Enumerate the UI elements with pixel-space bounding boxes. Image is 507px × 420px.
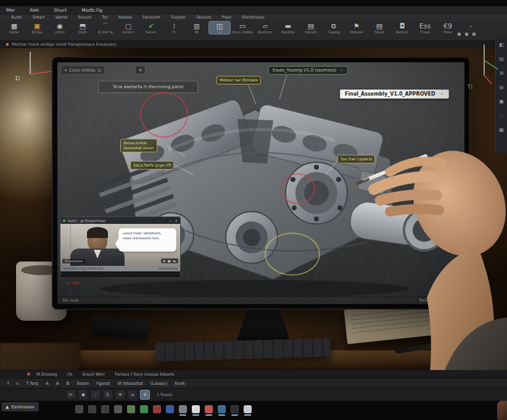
format-tool[interactable]: f [7, 381, 9, 386]
wave-icon[interactable]: ≋ [116, 390, 125, 399]
toolbar-button[interactable]: ⧉ Clasorg [323, 22, 344, 34]
format-toolbar[interactable]: fsT fsrqAABSsssnFgssstSf fdssssfsd(Lssss… [0, 378, 507, 388]
format-tool[interactable]: A [56, 381, 59, 386]
axis-gizmo-right: T) [468, 39, 503, 91]
secondary-menu-bar[interactable]: AutorSmartVanneSecursTerNastesFansverkFu… [0, 14, 507, 20]
toolbar-button[interactable]: ◉ Ortmt [49, 22, 70, 34]
menu-item[interactable]: Ter [102, 15, 109, 20]
menu-item[interactable]: Mer [6, 7, 15, 13]
bottom-menu-row[interactable]: M Drssseg (% Srssct Wsrr Fsrssss ) fssry… [0, 370, 507, 378]
toolbar-button-label: B 304 Ta [98, 30, 113, 34]
taskbar-app-icon[interactable] [179, 405, 187, 413]
menu-item[interactable]: Fansverk [142, 15, 160, 20]
menu-item[interactable]: Fatuses [196, 15, 212, 20]
menu-item[interactable]: Futylon [171, 15, 186, 20]
panel-tool-icon[interactable]: ▣ [499, 99, 504, 104]
breadcrumb-dot-icon [6, 43, 9, 46]
bottom-menu-item[interactable]: M Drssseg [36, 372, 57, 377]
toolbar-button[interactable]: ◫ Lo [209, 22, 230, 34]
taskbar-app-icon[interactable] [75, 405, 83, 413]
toolbar-button[interactable]: ▱ Bestumr [255, 22, 276, 34]
taskbar-app-icon[interactable] [88, 405, 96, 413]
underline-icon[interactable]: u [128, 390, 137, 399]
toolbar-button-icon: ⬒ [80, 22, 86, 30]
panel-tool-icon[interactable]: ◌ [500, 113, 504, 118]
menu-item[interactable]: Nastes [118, 15, 132, 20]
icon-toolbar[interactable]: ▦ Dorbe ▣ Berlge ◉ Ortmt ⬒ Stoth ⌒ B 304… [0, 20, 507, 40]
menu-item[interactable]: Plast [222, 15, 232, 20]
bottom-menu-item[interactable]: Fsrssss ) fssry (ssssss Sdssrts [115, 372, 174, 377]
taskbar-app-icons[interactable] [75, 405, 252, 413]
menu-item[interactable]: Modb:Og [81, 7, 102, 13]
toolbar-button-icon: ◘ [400, 22, 405, 30]
taskbar-app-icon[interactable] [140, 405, 148, 413]
format-tool[interactable]: T fsrq [26, 381, 38, 386]
menu-item[interactable]: Alet [30, 7, 39, 13]
format-tool[interactable]: Fgssst [96, 381, 110, 386]
taskbar-app-icon[interactable] [114, 405, 122, 413]
toolbar-button[interactable]: ▤ Sdnuth [300, 22, 321, 34]
toolbar-button[interactable]: €9 Dtlar [437, 22, 458, 34]
menu-item[interactable]: Autor [11, 15, 22, 20]
toolbar-button[interactable]: › [460, 22, 481, 30]
taskbar-app-icon[interactable] [218, 405, 226, 413]
arm-sleeve-corner [497, 401, 507, 420]
format-tool[interactable]: s [16, 381, 19, 386]
align-toolbar[interactable]: ⊨ ◆ ⫶ ⒉ ≋ u ≣ } fsssss [0, 388, 507, 401]
taskbar-app-icon[interactable] [153, 405, 161, 413]
align-toolbar-label: } fsssss [157, 392, 172, 397]
format-tool[interactable]: fssrk [175, 381, 185, 386]
panel-tool-icon[interactable]: ▦ [499, 127, 504, 133]
toolbar-button[interactable]: ▣ Berlge [27, 22, 47, 34]
toolbar-button[interactable]: ▦ Dorbe [4, 22, 25, 34]
taskbar-app-icon[interactable] [205, 405, 213, 413]
format-tool[interactable]: Ssssn [76, 381, 89, 386]
format-tool[interactable]: (Lsssss) [150, 381, 168, 386]
align-icon[interactable]: ⊨ [67, 390, 75, 399]
toolbar-button-label: Dorbe [9, 30, 20, 34]
toolbar-button[interactable]: ⬒ Stoth [72, 22, 93, 34]
shape-icon[interactable]: ◆ [79, 390, 88, 399]
menu-item[interactable]: Securs [78, 15, 92, 20]
taskbar-app-icon[interactable] [244, 405, 252, 413]
taskbar-app-icon[interactable] [192, 405, 200, 413]
format-tool[interactable]: A [46, 381, 49, 386]
menu-bar[interactable]: MerAletShuctModb:Og [0, 6, 507, 14]
toolbar-button[interactable]: ◘ Betlout [392, 22, 413, 34]
toolbar-button[interactable]: ✔ Fanvre [141, 22, 162, 34]
toolbar-button-label: Sdnuth [305, 30, 317, 34]
toolbar-button-label: Clasorg [328, 30, 340, 34]
bottom-chrome: M Drssseg (% Srssct Wsrr Fsrssss ) fssry… [0, 370, 507, 420]
toolbar-button[interactable]: ▤ Toned [369, 22, 390, 34]
list-icon-active[interactable]: ≣ [141, 390, 149, 399]
toolbar-button-label: Fanvre [146, 30, 157, 34]
taskbar-app-icon[interactable] [101, 405, 109, 413]
toolbar-button[interactable]: ▥ Bt [186, 22, 207, 34]
toolbar-button[interactable]: ⚑ Wdsera [346, 22, 367, 34]
toolbar-button-label: Ambim [122, 30, 134, 34]
taskbar-start-button[interactable]: ▲ Esssssssss [1, 402, 39, 411]
taskbar-app-icon[interactable] [166, 405, 174, 413]
toolbar-button[interactable]: Ess Tnscb [414, 22, 435, 34]
taskbar-app-icon[interactable] [127, 405, 135, 413]
dots-icon[interactable]: ⫶ [91, 390, 100, 399]
toolbar-button-icon: ⟟ [173, 22, 175, 30]
bottom-menu-item[interactable]: Srssct Wsrr [82, 372, 105, 377]
toolbar-button-label: Toned [374, 30, 384, 34]
toolbar-button[interactable]: ▬ Boultrte [278, 22, 299, 34]
menu-item[interactable]: Vanne [55, 15, 67, 20]
menu-item[interactable]: Shuct [54, 7, 67, 13]
axis-gizmo-left: 1) [15, 49, 55, 83]
bottom-menu-item[interactable]: (% [67, 372, 73, 377]
toolbar-button[interactable]: ⟟ Tr [163, 22, 184, 34]
format-tool[interactable]: B [67, 381, 70, 386]
window-controls[interactable] [458, 33, 476, 36]
toolbar-button[interactable]: ▢ Ambim [118, 22, 139, 34]
taskbar-app-icon[interactable] [231, 405, 239, 413]
toolbar-button[interactable]: ⌒ B 304 Ta [95, 22, 116, 34]
menu-item[interactable]: Smart [33, 15, 45, 20]
format-tool[interactable]: Sf fdssssfsd [117, 381, 142, 386]
menu-item[interactable]: Eochtessse [242, 15, 264, 20]
number-icon[interactable]: ⒉ [104, 390, 112, 399]
toolbar-button[interactable]: ▭ Stors Codbsat [232, 22, 253, 34]
